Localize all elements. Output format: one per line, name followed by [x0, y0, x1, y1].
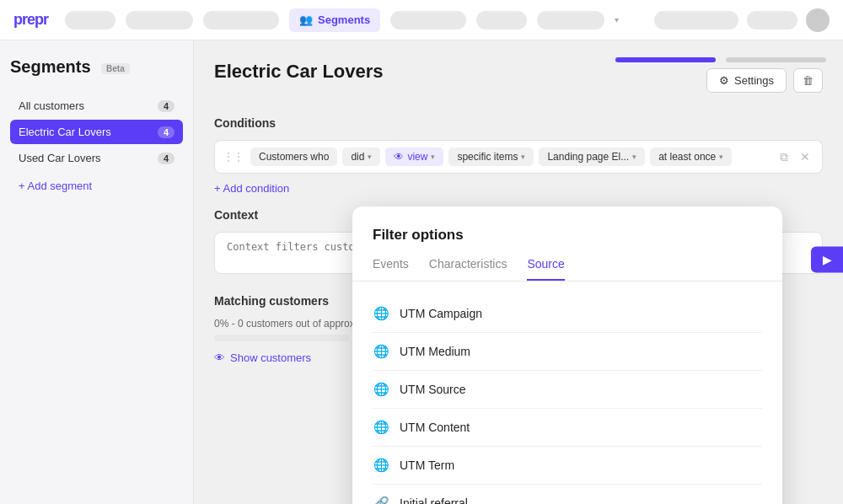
filter-option-utm-campaign[interactable]: 🌐 UTM Campaign [373, 295, 762, 333]
filter-option-initial-referral[interactable]: 🔗 Initial referral [373, 485, 762, 504]
globe-icon-utm-term: 🌐 [373, 457, 389, 474]
filter-option-utm-source-label: UTM Source [400, 383, 466, 396]
globe-icon-utm-source: 🌐 [373, 381, 389, 398]
filter-option-utm-campaign-label: UTM Campaign [400, 307, 482, 320]
filter-tab-source[interactable]: Source [527, 257, 564, 281]
filter-option-utm-term[interactable]: 🌐 UTM Term [373, 447, 762, 485]
globe-icon-utm-campaign: 🌐 [373, 305, 389, 322]
filter-option-utm-medium-label: UTM Medium [400, 345, 470, 358]
filter-option-initial-referral-label: Initial referral [400, 496, 468, 504]
globe-icon-utm-content: 🌐 [373, 419, 389, 436]
filter-option-utm-medium[interactable]: 🌐 UTM Medium [373, 333, 762, 371]
filter-option-utm-source[interactable]: 🌐 UTM Source [373, 371, 762, 409]
filter-tab-events-label: Events [373, 257, 409, 271]
globe-icon-utm-medium: 🌐 [373, 343, 389, 360]
filter-tab-characteristics-label: Characteristics [429, 257, 507, 271]
filter-option-utm-term-label: UTM Term [400, 458, 454, 472]
filter-tabs: Events Characteristics Source [352, 257, 782, 281]
filter-options-list: 🌐 UTM Campaign 🌐 UTM Medium 🌐 UTM Source… [352, 295, 782, 504]
filter-tab-source-label: Source [527, 257, 564, 271]
filter-option-utm-content[interactable]: 🌐 UTM Content [373, 409, 762, 447]
filter-tab-events[interactable]: Events [373, 257, 409, 281]
filter-option-utm-content-label: UTM Content [400, 421, 470, 434]
filter-tab-characteristics[interactable]: Characteristics [429, 257, 507, 281]
filter-modal-title: Filter options [352, 227, 782, 257]
link-icon-initial-referral: 🔗 [373, 495, 389, 504]
filter-options-modal: Filter options Events Characteristics So… [352, 206, 782, 504]
